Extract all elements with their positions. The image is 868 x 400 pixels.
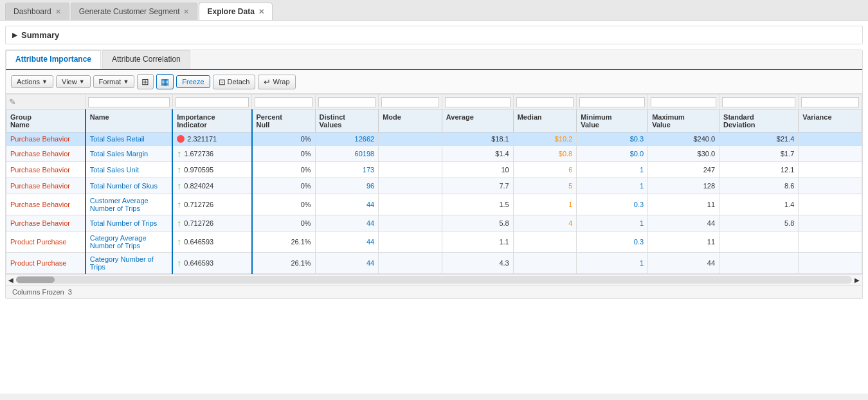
summary-header[interactable]: ▶ Summary (12, 30, 856, 40)
filter-distinct (315, 95, 379, 110)
scrollbar-track[interactable] (16, 276, 852, 284)
table-row[interactable]: Purchase BehaviorTotal Sales Unit↑0.9705… (6, 162, 862, 178)
tab-dashboard-close[interactable]: ✕ (55, 8, 61, 16)
tab-attribute-correlation[interactable]: Attribute Correlation (102, 50, 190, 69)
table-row[interactable]: Purchase BehaviorTotal Sales Margin↑1.67… (6, 146, 862, 162)
filter-max-input[interactable] (651, 97, 716, 107)
filter-median-input[interactable] (516, 97, 574, 107)
table-row[interactable]: Purchase BehaviorTotal Number of Skus↑0.… (6, 178, 862, 194)
filter-median (513, 95, 577, 110)
col-header-median[interactable]: Median (513, 110, 577, 132)
cell-importance: ↑0.712726 (172, 194, 251, 215)
cell-group-name: Purchase Behavior (6, 215, 86, 232)
cell-percent-null: 0% (252, 146, 316, 162)
arrow-up-icon: ↑ (177, 199, 181, 210)
cell-percent-null: 0% (252, 194, 316, 215)
filter-name-input[interactable] (88, 97, 170, 107)
cell-percent-null: 26.1% (252, 232, 316, 253)
cell-importance: ↑1.672736 (172, 146, 251, 162)
col-header-importance[interactable]: ImportanceIndicator (172, 110, 251, 132)
cell-variance (799, 146, 862, 162)
scroll-right-icon[interactable]: ▶ (854, 277, 860, 284)
arrow-up-icon: ↑ (177, 237, 181, 247)
cell-median (513, 232, 577, 253)
filter-importance-input[interactable] (176, 97, 249, 107)
tab-generate-customer-segment[interactable]: Generate Customer Segment ✕ (71, 3, 198, 20)
cell-importance: ↑0.970595 (172, 162, 251, 178)
filter-mode-input[interactable] (381, 97, 439, 107)
cell-distinct-values: 44 (315, 194, 379, 215)
filter-percent (252, 95, 316, 110)
circle-red-icon (177, 135, 185, 143)
col-header-group-name[interactable]: GroupName (6, 110, 86, 132)
freeze-button[interactable]: Freeze (176, 75, 210, 88)
table-row[interactable]: Purchase BehaviorCustomer Average Number… (6, 194, 862, 215)
detach-button[interactable]: ⊡ Detach (213, 75, 256, 89)
format-button[interactable]: Format ▼ (93, 75, 135, 88)
cell-median: $10.2 (513, 132, 577, 146)
cell-std-dev: 5.8 (719, 215, 799, 232)
col-header-variance[interactable]: Variance (799, 110, 862, 132)
cell-group-name: Purchase Behavior (6, 162, 86, 178)
cell-minimum-value: 1 (577, 215, 648, 232)
grid-icon-button[interactable]: ▦ (156, 74, 174, 89)
cell-maximum-value: 11 (648, 194, 719, 215)
filter-distinct-input[interactable] (318, 97, 376, 107)
status-bar: Columns Frozen 3 (6, 285, 862, 298)
table-row[interactable]: Purchase BehaviorTotal Number of Trips↑0… (6, 215, 862, 232)
col-header-minimum-value[interactable]: MinimumValue (577, 110, 648, 132)
tab-explore-data[interactable]: Explore Data ✕ (199, 3, 272, 20)
tab-attribute-importance[interactable]: Attribute Importance (6, 50, 101, 69)
cell-median (513, 253, 577, 274)
tab-generate-label: Generate Customer Segment (79, 7, 180, 16)
tab-explore-close[interactable]: ✕ (258, 8, 264, 16)
horizontal-scrollbar[interactable]: ◀ ▶ (6, 274, 862, 285)
filter-name (86, 95, 173, 110)
view-button[interactable]: View ▼ (56, 75, 91, 88)
filter-min-input[interactable] (579, 97, 645, 107)
cell-name: Total Number of Skus (86, 178, 173, 194)
col-header-std-dev[interactable]: StandardDeviation (719, 110, 799, 132)
tab-dashboard[interactable]: Dashboard ✕ (5, 3, 69, 20)
arrow-up-icon: ↑ (177, 149, 181, 159)
cell-std-dev (719, 253, 799, 274)
cell-variance (799, 215, 862, 232)
filter-std-input[interactable] (722, 97, 795, 107)
cell-mode (379, 132, 442, 146)
col-header-distinct-values[interactable]: DistinctValues (315, 110, 379, 132)
cell-std-dev: $21.4 (719, 132, 799, 146)
scroll-left-icon[interactable]: ◀ (8, 277, 14, 284)
cell-variance (799, 162, 862, 178)
sub-tabs-bar: Attribute Importance Attribute Correlati… (6, 50, 862, 70)
columns-frozen-label: Columns Frozen (12, 288, 64, 296)
scrollbar-thumb[interactable] (16, 277, 55, 283)
wrap-button[interactable]: ↵ Wrap (258, 75, 295, 89)
cell-mode (379, 215, 442, 232)
export-icon-button[interactable]: ⊞ (137, 74, 154, 89)
col-header-percent-null[interactable]: PercentNull (252, 110, 316, 132)
cell-median: 1 (513, 194, 577, 215)
col-header-average[interactable]: Average (442, 110, 513, 132)
arrow-up-icon: ↑ (177, 218, 181, 228)
filter-avg-input[interactable] (445, 97, 511, 107)
table-row[interactable]: Product PurchaseCategory Average Number … (6, 232, 862, 253)
cell-importance: 2.321171 (172, 132, 251, 146)
filter-var-input[interactable] (801, 97, 859, 107)
cell-importance: ↑0.646593 (172, 253, 251, 274)
table-row[interactable]: Purchase BehaviorTotal Sales Retail2.321… (6, 132, 862, 146)
table-row[interactable]: Product PurchaseCategory Number of Trips… (6, 253, 862, 274)
filter-percent-input[interactable] (255, 97, 312, 107)
table-wrapper[interactable]: ✎ GroupNam (6, 94, 862, 274)
cell-mode (379, 178, 442, 194)
cell-maximum-value: 128 (648, 178, 719, 194)
col-header-mode[interactable]: Mode (379, 110, 442, 132)
cell-median: 6 (513, 162, 577, 178)
col-header-name[interactable]: Name (86, 110, 173, 132)
tab-generate-close[interactable]: ✕ (183, 8, 189, 16)
actions-button[interactable]: Actions ▼ (11, 75, 53, 88)
detach-icon: ⊡ (219, 77, 226, 87)
cell-std-dev (719, 232, 799, 253)
col-header-maximum-value[interactable]: MaximumValue (648, 110, 719, 132)
cell-average: $1.4 (442, 146, 513, 162)
format-dropdown-icon: ▼ (123, 78, 129, 85)
